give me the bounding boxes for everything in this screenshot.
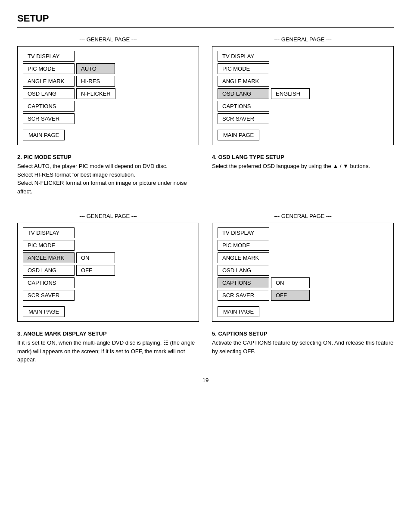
menu-item-captions: CAPTIONS — [218, 277, 269, 288]
main-page-row: MAIN PAGE — [218, 130, 259, 140]
desc-angle-mark-text: If it is set to ON, when the multi-angle… — [17, 339, 199, 364]
menu-item-angle-mark: ANGLE MARK — [23, 76, 75, 87]
menu-row: PIC MODE — [23, 240, 193, 251]
menu-value-on: ON — [76, 252, 115, 263]
top-left-page-label: --- GENERAL PAGE --- — [17, 36, 199, 43]
menu-item-osd-lang: OSD LANG — [218, 88, 269, 99]
menu-item-angle-mark: ANGLE MARK — [23, 252, 75, 263]
desc-captions-title: 5. CAPTIONS SETUP — [212, 330, 394, 337]
page-title: SETUP — [17, 13, 394, 28]
main-page-btn: MAIN PAGE — [23, 306, 65, 317]
menu-row: OSD LANG N-FLICKER — [23, 88, 193, 99]
desc-pic-mode-title: 2. PIC MODE SETUP — [17, 154, 199, 160]
menu-row: PIC MODE — [218, 240, 388, 251]
top-diagrams-row: --- GENERAL PAGE --- TV DISPLAY PIC MODE… — [17, 36, 394, 145]
page-number: 19 — [17, 377, 394, 383]
menu-row: TV DISPLAY — [23, 227, 193, 238]
menu-item-captions: CAPTIONS — [23, 277, 75, 288]
menu-item-scr-saver: SCR SAVER — [23, 113, 75, 124]
main-page-btn: MAIN PAGE — [218, 130, 259, 140]
bottom-right-page-label: --- GENERAL PAGE --- — [212, 213, 394, 219]
menu-row: SCR SAVER OFF — [218, 290, 388, 301]
top-right-menu-box: TV DISPLAY PIC MODE ANGLE MARK OSD LANG … — [212, 46, 394, 145]
menu-row: OSD LANG — [218, 265, 388, 276]
menu-item-osd-lang: OSD LANG — [23, 88, 75, 99]
menu-row: CAPTIONS — [23, 277, 193, 288]
menu-row: PIC MODE — [218, 63, 388, 74]
menu-value-on: ON — [271, 277, 310, 288]
menu-item-angle-mark: ANGLE MARK — [218, 76, 269, 87]
bottom-left-page-label: --- GENERAL PAGE --- — [17, 213, 199, 219]
menu-item-pic-mode: PIC MODE — [218, 63, 269, 74]
desc-angle-mark-title: 3. ANGLE MARK DISPLAY SETUP — [17, 330, 199, 337]
menu-row: OSD LANG OFF — [23, 265, 193, 276]
menu-item-scr-saver: SCR SAVER — [218, 113, 269, 124]
main-page-row: MAIN PAGE — [23, 130, 65, 140]
menu-row: PIC MODE AUTO — [23, 63, 193, 74]
menu-item-pic-mode: PIC MODE — [23, 240, 75, 251]
menu-row: CAPTIONS — [23, 101, 193, 112]
menu-row: OSD LANG ENGLISH — [218, 88, 388, 99]
desc-osd-lang-text: Select the preferred OSD language by usi… — [212, 162, 394, 171]
bottom-descriptions-row: 3. ANGLE MARK DISPLAY SETUP If it is set… — [17, 330, 394, 368]
menu-item-osd-lang: OSD LANG — [23, 265, 75, 276]
menu-value-nflicker: N-FLICKER — [76, 88, 115, 99]
diagram-bottom-left: --- GENERAL PAGE --- TV DISPLAY PIC MODE… — [17, 213, 199, 322]
menu-item-tv-display: TV DISPLAY — [218, 227, 269, 238]
desc-angle-mark: 3. ANGLE MARK DISPLAY SETUP If it is set… — [17, 330, 199, 364]
menu-item-tv-display: TV DISPLAY — [23, 227, 75, 238]
menu-row: SCR SAVER — [23, 113, 193, 124]
menu-row: TV DISPLAY — [23, 51, 193, 62]
bottom-diagrams-row: --- GENERAL PAGE --- TV DISPLAY PIC MODE… — [17, 213, 394, 322]
top-right-page-label: --- GENERAL PAGE --- — [212, 36, 394, 43]
menu-row: ANGLE MARK HI-RES — [23, 76, 193, 87]
menu-item-scr-saver: SCR SAVER — [218, 290, 269, 301]
menu-item-pic-mode: PIC MODE — [23, 63, 75, 74]
top-descriptions-row: 2. PIC MODE SETUP Select AUTO, the playe… — [17, 154, 394, 200]
menu-item-scr-saver: SCR SAVER — [23, 290, 75, 301]
menu-row: SCR SAVER — [218, 113, 388, 124]
menu-value-off: OFF — [271, 290, 310, 301]
menu-row: TV DISPLAY — [218, 51, 388, 62]
desc-pic-mode-text: Select AUTO, the player PIC mode will de… — [17, 162, 199, 196]
menu-item-pic-mode: PIC MODE — [218, 240, 269, 251]
main-page-row: MAIN PAGE — [218, 306, 259, 317]
menu-row: ANGLE MARK — [218, 252, 388, 263]
menu-value-off: OFF — [76, 265, 115, 276]
desc-pic-mode: 2. PIC MODE SETUP Select AUTO, the playe… — [17, 154, 199, 196]
menu-item-tv-display: TV DISPLAY — [23, 51, 75, 62]
menu-item-angle-mark: ANGLE MARK — [218, 252, 269, 263]
diagram-bottom-right: --- GENERAL PAGE --- TV DISPLAY PIC MODE… — [212, 213, 394, 322]
diagram-top-left: --- GENERAL PAGE --- TV DISPLAY PIC MODE… — [17, 36, 199, 145]
menu-value-auto: AUTO — [76, 63, 115, 74]
bottom-left-menu-box: TV DISPLAY PIC MODE ANGLE MARK ON OSD LA… — [17, 223, 199, 322]
desc-osd-lang-title: 4. OSD LANG TYPE SETUP — [212, 154, 394, 160]
main-page-btn: MAIN PAGE — [218, 306, 259, 317]
menu-row: SCR SAVER — [23, 290, 193, 301]
diagram-top-right: --- GENERAL PAGE --- TV DISPLAY PIC MODE… — [212, 36, 394, 145]
menu-item-osd-lang: OSD LANG — [218, 265, 269, 276]
menu-row: ANGLE MARK ON — [23, 252, 193, 263]
menu-item-captions: CAPTIONS — [23, 101, 75, 112]
menu-row: TV DISPLAY — [218, 227, 388, 238]
menu-value-hires: HI-RES — [76, 76, 115, 87]
main-page-row: MAIN PAGE — [23, 306, 65, 317]
desc-captions: 5. CAPTIONS SETUP Activate the CAPTIONS … — [212, 330, 394, 364]
desc-osd-lang: 4. OSD LANG TYPE SETUP Select the prefer… — [212, 154, 394, 196]
bottom-right-menu-box: TV DISPLAY PIC MODE ANGLE MARK OSD LANG … — [212, 223, 394, 322]
menu-value-english: ENGLISH — [271, 88, 310, 99]
menu-item-tv-display: TV DISPLAY — [218, 51, 269, 62]
main-page-btn: MAIN PAGE — [23, 130, 65, 140]
menu-row: CAPTIONS — [218, 101, 388, 112]
menu-row: ANGLE MARK — [218, 76, 388, 87]
desc-captions-text: Activate the CAPTIONS feature by selecti… — [212, 339, 394, 355]
menu-row: CAPTIONS ON — [218, 277, 388, 288]
top-left-menu-box: TV DISPLAY PIC MODE AUTO ANGLE MARK HI-R… — [17, 46, 199, 145]
menu-item-captions: CAPTIONS — [218, 101, 269, 112]
